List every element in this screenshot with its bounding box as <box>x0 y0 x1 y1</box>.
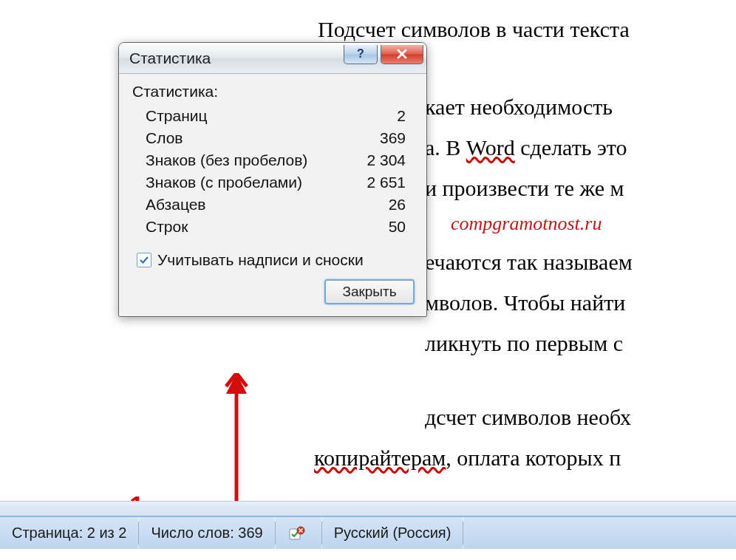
doc-watermark-link: compgramotnost.ru <box>451 208 602 240</box>
checkmark-icon <box>138 254 150 266</box>
doc-text: а. В <box>425 135 466 160</box>
doc-text-line: а. В Word сделать это <box>425 129 627 166</box>
dialog-body: Статистика: Страниц 2 Слов 369 Знаков (б… <box>119 74 426 279</box>
status-word-count-label: Число слов: 369 <box>151 525 262 542</box>
doc-text-line: и произвести те же м <box>425 170 624 207</box>
dialog-title: Статистика <box>129 49 344 67</box>
status-proofing[interactable] <box>276 517 322 549</box>
close-window-button[interactable] <box>381 45 423 64</box>
status-page[interactable]: Страница: 2 из 2 <box>0 517 139 549</box>
status-language-label: Русский (Россия) <box>334 525 452 542</box>
help-button[interactable]: ? <box>344 45 378 64</box>
stats-value: 2 304 <box>354 151 413 169</box>
status-language[interactable]: Русский (Россия) <box>322 517 464 549</box>
stats-name: Страниц <box>132 107 354 125</box>
stats-name: Абзацев <box>132 196 354 214</box>
word-count-dialog: Статистика ? Статистика: Страниц 2 Слов … <box>118 42 427 317</box>
svg-text:?: ? <box>357 47 364 60</box>
doc-text-line: дсчет символов необх <box>425 399 631 436</box>
stats-value: 2 651 <box>354 174 413 191</box>
close-icon <box>395 47 409 61</box>
doc-text-line: кает необходимость <box>425 89 613 126</box>
dialog-titlebar[interactable]: Статистика ? <box>119 43 426 74</box>
stats-row-chars-space: Знаков (с пробелами) 2 651 <box>132 171 413 194</box>
stats-row-paragraphs: Абзацев 26 <box>132 194 413 216</box>
status-word-count[interactable]: Число слов: 369 <box>139 517 275 549</box>
status-bar: Страница: 2 из 2 Число слов: 369 Русский… <box>0 516 736 549</box>
doc-text-line: ечаются так называем <box>425 244 633 281</box>
stats-name: Строк <box>132 218 354 236</box>
stats-row-lines: Строк 50 <box>132 216 413 238</box>
horizontal-scrollbar[interactable] <box>0 501 736 516</box>
stats-value: 26 <box>354 196 413 214</box>
doc-text-underlined: копирайтерам <box>314 445 446 470</box>
status-page-label: Страница: 2 из 2 <box>12 525 126 542</box>
dialog-footer: Закрыть <box>119 279 426 316</box>
stats-table: Страниц 2 Слов 369 Знаков (без пробелов)… <box>132 105 413 238</box>
doc-text: , оплата которых п <box>446 445 621 470</box>
doc-text-line: мволов. Чтобы найти <box>425 284 625 321</box>
stats-name: Слов <box>132 129 354 147</box>
doc-text-line: ликнуть по первым с <box>425 325 623 362</box>
include-footnotes-row[interactable]: Учитывать надписи и сноски <box>132 251 413 269</box>
include-footnotes-label: Учитывать надписи и сноски <box>157 251 364 269</box>
help-icon: ? <box>353 47 368 61</box>
stats-value: 50 <box>354 218 413 236</box>
stats-value: 2 <box>354 107 413 125</box>
stats-row-words: Слов 369 <box>132 127 413 149</box>
close-button[interactable]: Закрыть <box>324 279 415 304</box>
include-footnotes-checkbox[interactable] <box>137 253 151 267</box>
proofing-icon <box>287 525 305 542</box>
stats-section-label: Статистика: <box>132 83 413 100</box>
doc-text: сделать это <box>515 135 627 160</box>
stats-name: Знаков (без пробелов) <box>132 151 354 169</box>
doc-text-underlined: Word <box>466 135 515 160</box>
stats-name: Знаков (с пробелами) <box>132 174 354 191</box>
stats-row-pages: Страниц 2 <box>132 105 413 127</box>
titlebar-buttons: ? <box>344 45 423 64</box>
stats-value: 369 <box>354 129 413 147</box>
doc-text-line: копирайтерам, оплата которых п <box>314 440 621 477</box>
stats-row-chars-nospace: Знаков (без пробелов) 2 304 <box>132 149 413 171</box>
